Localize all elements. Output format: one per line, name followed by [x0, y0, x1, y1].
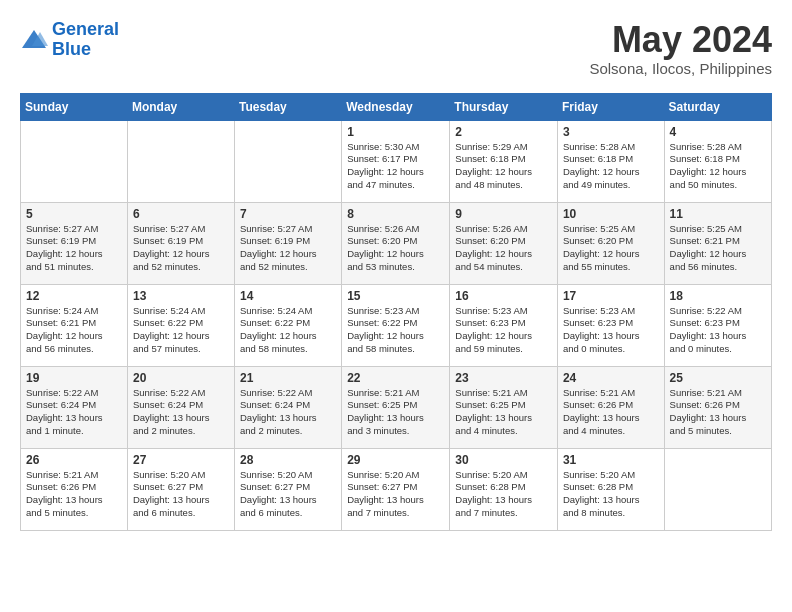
day-info: Sunrise: 5:27 AM Sunset: 6:19 PM Dayligh…	[26, 223, 122, 274]
day-number: 21	[240, 371, 336, 385]
calendar-cell: 24Sunrise: 5:21 AM Sunset: 6:26 PM Dayli…	[557, 366, 664, 448]
calendar-cell: 19Sunrise: 5:22 AM Sunset: 6:24 PM Dayli…	[21, 366, 128, 448]
day-info: Sunrise: 5:25 AM Sunset: 6:20 PM Dayligh…	[563, 223, 659, 274]
calendar-week-row: 1Sunrise: 5:30 AM Sunset: 6:17 PM Daylig…	[21, 120, 772, 202]
day-info: Sunrise: 5:21 AM Sunset: 6:25 PM Dayligh…	[455, 387, 552, 438]
page: General Blue May 2024 Solsona, Ilocos, P…	[0, 0, 792, 541]
calendar-cell: 17Sunrise: 5:23 AM Sunset: 6:23 PM Dayli…	[557, 284, 664, 366]
calendar-cell: 12Sunrise: 5:24 AM Sunset: 6:21 PM Dayli…	[21, 284, 128, 366]
calendar-cell: 1Sunrise: 5:30 AM Sunset: 6:17 PM Daylig…	[342, 120, 450, 202]
calendar-cell: 31Sunrise: 5:20 AM Sunset: 6:28 PM Dayli…	[557, 448, 664, 530]
calendar-week-row: 12Sunrise: 5:24 AM Sunset: 6:21 PM Dayli…	[21, 284, 772, 366]
calendar-cell: 29Sunrise: 5:20 AM Sunset: 6:27 PM Dayli…	[342, 448, 450, 530]
day-info: Sunrise: 5:22 AM Sunset: 6:24 PM Dayligh…	[133, 387, 229, 438]
day-info: Sunrise: 5:26 AM Sunset: 6:20 PM Dayligh…	[455, 223, 552, 274]
day-number: 20	[133, 371, 229, 385]
logo-blue: Blue	[52, 39, 91, 59]
day-info: Sunrise: 5:26 AM Sunset: 6:20 PM Dayligh…	[347, 223, 444, 274]
day-info: Sunrise: 5:24 AM Sunset: 6:21 PM Dayligh…	[26, 305, 122, 356]
calendar-cell	[21, 120, 128, 202]
logo-text: General Blue	[52, 20, 119, 60]
day-number: 25	[670, 371, 766, 385]
day-info: Sunrise: 5:30 AM Sunset: 6:17 PM Dayligh…	[347, 141, 444, 192]
day-number: 16	[455, 289, 552, 303]
day-number: 27	[133, 453, 229, 467]
location: Solsona, Ilocos, Philippines	[589, 60, 772, 77]
day-number: 5	[26, 207, 122, 221]
day-info: Sunrise: 5:20 AM Sunset: 6:28 PM Dayligh…	[563, 469, 659, 520]
calendar-cell: 25Sunrise: 5:21 AM Sunset: 6:26 PM Dayli…	[664, 366, 771, 448]
day-number: 15	[347, 289, 444, 303]
calendar-cell: 14Sunrise: 5:24 AM Sunset: 6:22 PM Dayli…	[235, 284, 342, 366]
calendar-cell: 22Sunrise: 5:21 AM Sunset: 6:25 PM Dayli…	[342, 366, 450, 448]
day-info: Sunrise: 5:20 AM Sunset: 6:28 PM Dayligh…	[455, 469, 552, 520]
logo-icon	[20, 28, 48, 52]
logo-general: General	[52, 19, 119, 39]
day-info: Sunrise: 5:23 AM Sunset: 6:23 PM Dayligh…	[563, 305, 659, 356]
calendar-cell: 28Sunrise: 5:20 AM Sunset: 6:27 PM Dayli…	[235, 448, 342, 530]
day-info: Sunrise: 5:22 AM Sunset: 6:24 PM Dayligh…	[26, 387, 122, 438]
weekday-header: Saturday	[664, 93, 771, 120]
calendar-week-row: 5Sunrise: 5:27 AM Sunset: 6:19 PM Daylig…	[21, 202, 772, 284]
day-number: 7	[240, 207, 336, 221]
day-number: 4	[670, 125, 766, 139]
day-info: Sunrise: 5:24 AM Sunset: 6:22 PM Dayligh…	[240, 305, 336, 356]
calendar-cell: 21Sunrise: 5:22 AM Sunset: 6:24 PM Dayli…	[235, 366, 342, 448]
calendar-cell: 27Sunrise: 5:20 AM Sunset: 6:27 PM Dayli…	[127, 448, 234, 530]
weekday-header-row: SundayMondayTuesdayWednesdayThursdayFrid…	[21, 93, 772, 120]
day-number: 3	[563, 125, 659, 139]
calendar-cell: 8Sunrise: 5:26 AM Sunset: 6:20 PM Daylig…	[342, 202, 450, 284]
calendar-cell: 2Sunrise: 5:29 AM Sunset: 6:18 PM Daylig…	[450, 120, 558, 202]
day-number: 14	[240, 289, 336, 303]
day-number: 1	[347, 125, 444, 139]
day-info: Sunrise: 5:25 AM Sunset: 6:21 PM Dayligh…	[670, 223, 766, 274]
day-number: 9	[455, 207, 552, 221]
calendar-cell: 11Sunrise: 5:25 AM Sunset: 6:21 PM Dayli…	[664, 202, 771, 284]
day-info: Sunrise: 5:20 AM Sunset: 6:27 PM Dayligh…	[133, 469, 229, 520]
day-number: 23	[455, 371, 552, 385]
day-info: Sunrise: 5:20 AM Sunset: 6:27 PM Dayligh…	[347, 469, 444, 520]
calendar-cell	[664, 448, 771, 530]
day-number: 8	[347, 207, 444, 221]
weekday-header: Friday	[557, 93, 664, 120]
calendar: SundayMondayTuesdayWednesdayThursdayFrid…	[20, 93, 772, 531]
calendar-cell: 18Sunrise: 5:22 AM Sunset: 6:23 PM Dayli…	[664, 284, 771, 366]
calendar-cell: 30Sunrise: 5:20 AM Sunset: 6:28 PM Dayli…	[450, 448, 558, 530]
day-info: Sunrise: 5:27 AM Sunset: 6:19 PM Dayligh…	[133, 223, 229, 274]
calendar-cell: 15Sunrise: 5:23 AM Sunset: 6:22 PM Dayli…	[342, 284, 450, 366]
day-info: Sunrise: 5:21 AM Sunset: 6:26 PM Dayligh…	[670, 387, 766, 438]
day-number: 6	[133, 207, 229, 221]
calendar-cell: 23Sunrise: 5:21 AM Sunset: 6:25 PM Dayli…	[450, 366, 558, 448]
calendar-cell: 7Sunrise: 5:27 AM Sunset: 6:19 PM Daylig…	[235, 202, 342, 284]
calendar-cell	[235, 120, 342, 202]
calendar-cell: 4Sunrise: 5:28 AM Sunset: 6:18 PM Daylig…	[664, 120, 771, 202]
calendar-cell: 5Sunrise: 5:27 AM Sunset: 6:19 PM Daylig…	[21, 202, 128, 284]
title-block: May 2024 Solsona, Ilocos, Philippines	[589, 20, 772, 77]
weekday-header: Wednesday	[342, 93, 450, 120]
calendar-cell	[127, 120, 234, 202]
day-number: 2	[455, 125, 552, 139]
day-number: 28	[240, 453, 336, 467]
day-info: Sunrise: 5:23 AM Sunset: 6:22 PM Dayligh…	[347, 305, 444, 356]
day-number: 18	[670, 289, 766, 303]
day-number: 29	[347, 453, 444, 467]
calendar-week-row: 19Sunrise: 5:22 AM Sunset: 6:24 PM Dayli…	[21, 366, 772, 448]
weekday-header: Thursday	[450, 93, 558, 120]
month-title: May 2024	[589, 20, 772, 60]
logo: General Blue	[20, 20, 119, 60]
calendar-cell: 3Sunrise: 5:28 AM Sunset: 6:18 PM Daylig…	[557, 120, 664, 202]
day-info: Sunrise: 5:28 AM Sunset: 6:18 PM Dayligh…	[563, 141, 659, 192]
day-info: Sunrise: 5:23 AM Sunset: 6:23 PM Dayligh…	[455, 305, 552, 356]
calendar-cell: 10Sunrise: 5:25 AM Sunset: 6:20 PM Dayli…	[557, 202, 664, 284]
day-info: Sunrise: 5:22 AM Sunset: 6:24 PM Dayligh…	[240, 387, 336, 438]
day-number: 22	[347, 371, 444, 385]
calendar-cell: 26Sunrise: 5:21 AM Sunset: 6:26 PM Dayli…	[21, 448, 128, 530]
day-number: 19	[26, 371, 122, 385]
day-number: 26	[26, 453, 122, 467]
day-info: Sunrise: 5:20 AM Sunset: 6:27 PM Dayligh…	[240, 469, 336, 520]
calendar-cell: 20Sunrise: 5:22 AM Sunset: 6:24 PM Dayli…	[127, 366, 234, 448]
day-info: Sunrise: 5:28 AM Sunset: 6:18 PM Dayligh…	[670, 141, 766, 192]
day-number: 11	[670, 207, 766, 221]
weekday-header: Monday	[127, 93, 234, 120]
day-info: Sunrise: 5:27 AM Sunset: 6:19 PM Dayligh…	[240, 223, 336, 274]
